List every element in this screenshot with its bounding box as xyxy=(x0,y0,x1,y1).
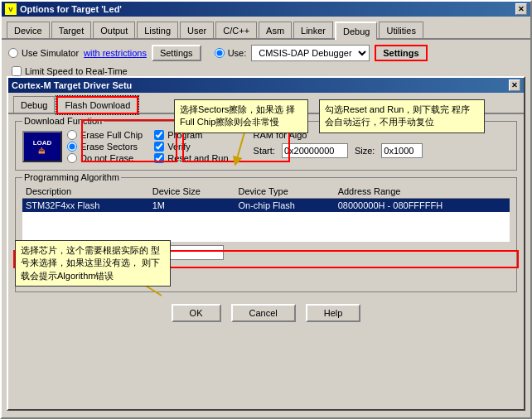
app-icon: V xyxy=(5,3,17,15)
debugger-radio-input[interactable] xyxy=(215,48,225,58)
outer-close-btn[interactable]: ✕ xyxy=(515,3,527,15)
use-debugger-radio[interactable]: Use: xyxy=(215,48,247,58)
erase-options: Erase Full Chip Erase Sectors Do not Era… xyxy=(67,130,143,163)
col-description: Description xyxy=(22,185,149,199)
row-device-type: On-chip Flash xyxy=(235,199,335,213)
annotation-chip: 选择芯片，这个需要根据实际的 型号来选择，如果这里没有选， 则下载会提示Algo… xyxy=(15,240,171,287)
settings-btn-right[interactable]: Settings xyxy=(375,45,427,61)
empty-row-1 xyxy=(22,212,510,227)
tab-output[interactable]: Output xyxy=(93,22,135,38)
annotation-reset-text: 勾选Reset and Run，则下载完 程序会自动运行，不用手动复位 xyxy=(325,104,470,127)
annotation-sectors: 选择Sectors擦除，如果选 择Full Chip擦除则会非常慢 xyxy=(174,99,308,133)
table-row[interactable]: STM32F4xx Flash 1M On-chip Flash 0800000… xyxy=(22,199,510,213)
annotation-reset: 勾选Reset and Run，则下载完 程序会自动运行，不用手动复位 xyxy=(319,99,485,133)
tab-debug[interactable]: Debug xyxy=(335,22,377,40)
reset-run-label: Reset and Run xyxy=(167,153,228,163)
tab-target[interactable]: Target xyxy=(51,22,92,38)
help-btn[interactable]: Help xyxy=(306,304,361,322)
arrow-1 xyxy=(232,132,257,166)
erase-sectors-label: Erase Sectors xyxy=(80,142,138,152)
verify-label: Verify xyxy=(167,142,191,152)
inner-title: Cortex-M Target Driver Setu xyxy=(12,80,132,90)
ram-size-label: Size: xyxy=(355,146,375,156)
checkboxes-col: Program Verify Reset and Run xyxy=(154,130,228,163)
restrictions-link[interactable]: with restrictions xyxy=(84,48,147,58)
col-device-type: Device Type xyxy=(235,185,335,199)
debugger-dropdown[interactable]: CMSIS-DAP Debugger xyxy=(251,45,370,61)
do-not-erase-label: Do not Erase xyxy=(80,153,133,163)
load-icon: LOAD 📥 xyxy=(22,131,62,162)
ram-size-input[interactable] xyxy=(381,143,423,158)
row-description: STM32F4xx Flash xyxy=(22,199,149,213)
left-section: LOAD 📥 Erase Full Chip xyxy=(22,130,229,163)
tab-linker[interactable]: Linker xyxy=(293,22,333,38)
svg-line-0 xyxy=(236,132,244,161)
ram-fields: Start: Size: xyxy=(254,143,423,158)
limit-speed-label: Limit Speed to Real-Time xyxy=(25,66,128,76)
do-not-erase-radio[interactable] xyxy=(67,153,77,163)
cancel-btn[interactable]: Cancel xyxy=(231,304,296,322)
row-device-size: 1M xyxy=(149,199,235,213)
tab-asm[interactable]: Asm xyxy=(259,22,292,38)
debug-config-row: Use Simulator with restrictions Settings… xyxy=(2,40,530,66)
erase-full-chip-label: Erase Full Chip xyxy=(80,130,143,140)
annotation-chip-text: 选择芯片，这个需要根据实际的 型号来选择，如果这里没有选， 则下载会提示Algo… xyxy=(21,245,160,281)
erase-sectors-radio[interactable] xyxy=(67,142,77,152)
use-label: Use: xyxy=(228,48,247,58)
do-not-erase-option[interactable]: Do not Erase xyxy=(67,153,143,163)
erase-full-chip-option[interactable]: Erase Full Chip xyxy=(67,130,143,140)
ram-start-input[interactable] xyxy=(282,143,348,158)
download-func-row: LOAD 📥 Erase Full Chip xyxy=(22,130,510,163)
verify-check-item[interactable]: Verify xyxy=(154,142,228,152)
reset-run-check-item[interactable]: Reset and Run xyxy=(154,153,228,163)
outer-tab-row: Device Target Output Listing User C/C++ … xyxy=(2,17,530,40)
outer-window: V Options for Target 'Led' ✕ Device Targ… xyxy=(0,0,532,419)
erase-sectors-option[interactable]: Erase Sectors xyxy=(67,142,143,152)
download-function-label: Download Function xyxy=(22,116,104,126)
limit-speed-checkbox[interactable] xyxy=(12,66,22,76)
simulator-label: Use Simulator xyxy=(22,48,79,58)
outer-title: Options for Target 'Led' xyxy=(20,4,515,14)
inner-title-bar: Cortex-M Target Driver Setu ✕ xyxy=(8,78,524,93)
load-icon-label: LOAD xyxy=(33,139,52,147)
tab-device[interactable]: Device xyxy=(7,22,50,38)
inner-content: Download Function LOAD 📥 xyxy=(8,114,524,334)
erase-full-chip-radio[interactable] xyxy=(67,130,77,140)
tab-utilities[interactable]: Utilities xyxy=(379,22,423,38)
bottom-buttons: OK Cancel Help xyxy=(15,299,517,327)
col-device-size: Device Size xyxy=(149,185,235,199)
inner-tab-flash-download[interactable]: Flash Download xyxy=(56,96,138,114)
inner-tab-debug[interactable]: Debug xyxy=(13,96,55,113)
prog-algo-label: Programming Algorithm xyxy=(22,172,121,182)
tab-cpp[interactable]: C/C++ xyxy=(215,22,257,38)
program-checkbox[interactable] xyxy=(154,130,164,140)
outer-title-bar: V Options for Target 'Led' ✕ xyxy=(2,2,530,17)
ram-section: RAM for Algo Start: Size: xyxy=(254,130,423,158)
tab-listing[interactable]: Listing xyxy=(137,22,178,38)
algo-table: Description Device Size Device Type Addr… xyxy=(22,185,510,242)
settings-btn-left[interactable]: Settings xyxy=(152,45,201,61)
ok-btn[interactable]: OK xyxy=(172,304,221,322)
simulator-radio-input[interactable] xyxy=(8,48,18,58)
col-address-range: Address Range xyxy=(335,185,510,199)
tab-user[interactable]: User xyxy=(180,22,214,38)
verify-checkbox[interactable] xyxy=(154,142,164,152)
inner-window: Cortex-M Target Driver Setu ✕ Debug Flas… xyxy=(7,76,525,411)
annotation-sectors-text: 选择Sectors擦除，如果选 择Full Chip擦除则会非常慢 xyxy=(180,104,295,127)
row-address-range: 08000000H - 080FFFFFH xyxy=(335,199,510,213)
limit-speed-row: Limit Speed to Real-Time xyxy=(2,66,530,76)
inner-close-btn[interactable]: ✕ xyxy=(509,79,520,91)
use-simulator-radio[interactable]: Use Simulator xyxy=(8,48,79,58)
reset-run-checkbox[interactable] xyxy=(154,153,164,163)
